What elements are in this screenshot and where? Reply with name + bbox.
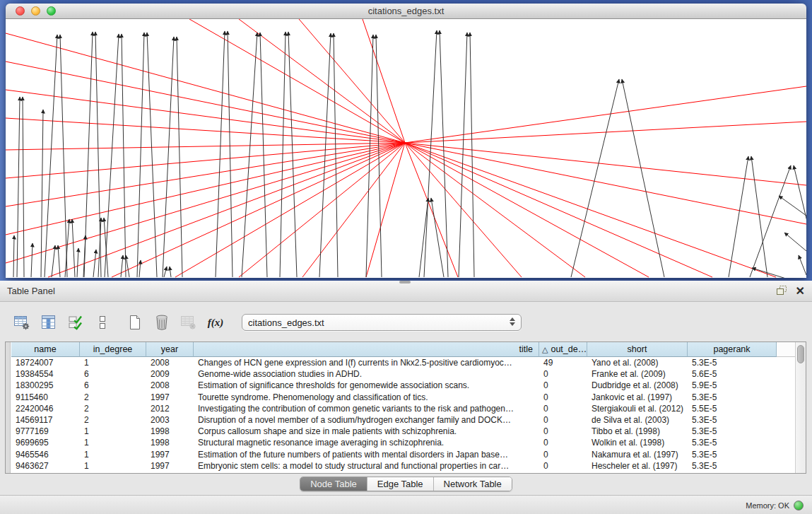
table-cell: 0 — [539, 404, 587, 414]
table-cell: 2 — [80, 392, 146, 402]
table-cell: 5.3E-5 — [688, 438, 777, 448]
window-close-button[interactable] — [16, 6, 25, 16]
edge — [17, 97, 20, 277]
column-header-label: pagerank — [713, 344, 750, 354]
table-cell: 6 — [80, 369, 146, 379]
edge — [470, 33, 474, 277]
table-cell: 18300295 — [11, 380, 80, 390]
table-options-icon[interactable] — [11, 313, 33, 332]
table-cell: Nakamura et al. (1997) — [587, 450, 688, 460]
function-builder-label: f(x) — [208, 317, 224, 329]
column-header-name[interactable]: name — [11, 342, 80, 357]
edge — [139, 260, 141, 277]
table-row[interactable]: 1456911722003Disruption of a novel membe… — [11, 414, 777, 426]
column-header-title[interactable]: title — [194, 342, 539, 357]
table-row[interactable]: 969969511998Structural magnetic resonanc… — [11, 437, 777, 448]
table-cell: 2008 — [146, 380, 194, 390]
selected-edge — [405, 143, 776, 277]
selected-edge — [366, 143, 405, 277]
edge — [105, 34, 119, 277]
edge — [334, 33, 338, 277]
network-window-titlebar[interactable]: citations_edges.txt — [6, 4, 806, 19]
table-cell: 2008 — [146, 358, 194, 368]
column-header-short[interactable]: short — [587, 342, 688, 357]
table-row[interactable]: 1938455462009Genome-wide association stu… — [11, 368, 777, 380]
table-cell: 5.3E-5 — [688, 392, 777, 402]
table-cell: 1997 — [146, 392, 194, 402]
tab-network-table[interactable]: Network Table — [434, 477, 512, 491]
edge — [163, 37, 174, 277]
table-cell: 9465546 — [11, 450, 80, 460]
new-table-icon[interactable] — [124, 313, 146, 332]
table-cell: 1997 — [146, 450, 194, 460]
table-cell: Structural magnetic resonance image aver… — [194, 438, 539, 448]
close-icon[interactable]: ✕ — [796, 286, 805, 297]
table-cell: Hescheler et al. (1997) — [587, 461, 688, 471]
status-bar: Memory: OK — [0, 495, 812, 514]
column-header-in-degree[interactable]: in_degree — [80, 342, 146, 357]
table-chooser-dropdown[interactable]: citations_edges.txt — [242, 314, 522, 331]
table-cell: 5.3E-5 — [688, 358, 777, 368]
table-cell: Investigating the contribution of common… — [194, 404, 539, 414]
selected-edge — [112, 143, 405, 277]
table-row[interactable]: 946362711997Embryonic stem cells: a mode… — [11, 460, 777, 472]
column-header-year[interactable]: year — [146, 342, 194, 357]
edge — [799, 255, 806, 275]
table-cell: 1 — [80, 461, 146, 471]
table-row[interactable]: 1830029562008Estimation of significance … — [11, 380, 777, 391]
edge — [93, 250, 96, 277]
edge — [431, 198, 444, 277]
table-cell: 0 — [539, 450, 587, 460]
row-height-icon[interactable] — [92, 313, 113, 332]
memory-status-label: Memory: OK — [746, 501, 789, 510]
table-cell: Tibbo et al. (1998) — [587, 426, 688, 436]
edge — [52, 245, 55, 277]
float-window-icon[interactable] — [777, 285, 787, 298]
table-row[interactable]: 977716911998Corpus callosum shape and si… — [11, 426, 777, 437]
column-header-pagerank[interactable]: pagerank — [688, 342, 777, 357]
table-row[interactable]: 1872400712008Changes of HCN gene express… — [11, 357, 777, 368]
table-row[interactable]: 2242004622012Investigating the contribut… — [11, 403, 777, 414]
select-columns-icon[interactable] — [65, 313, 86, 332]
table-cell: 1 — [80, 450, 146, 460]
scrollbar-thumb[interactable] — [797, 345, 804, 363]
window-minimize-button[interactable] — [31, 6, 40, 16]
table-cell: 9115460 — [11, 392, 80, 402]
delete-table-icon[interactable] — [151, 313, 172, 332]
table-cell: 19384554 — [11, 369, 80, 379]
selected-edge — [6, 143, 405, 206]
selected-edge — [405, 143, 806, 185]
table-cell: 9777169 — [11, 426, 80, 436]
window-zoom-button[interactable] — [47, 6, 56, 16]
edge — [216, 31, 225, 277]
column-header-label: short — [628, 344, 647, 354]
table-cell: 49 — [539, 358, 587, 368]
function-builder-icon[interactable]: f(x) — [205, 313, 226, 332]
application-desktop: citations_edges.txt — [0, 0, 812, 281]
table-cell: 5.3E-5 — [688, 461, 777, 471]
selected-edge — [6, 33, 405, 143]
table-row[interactable]: 946554611997Estimation of the future num… — [11, 449, 777, 460]
edge — [164, 267, 167, 277]
table-cell: 2003 — [146, 415, 194, 425]
table-header-row: namein_degreeyeartitle△out_de…shortpager… — [11, 342, 795, 357]
column-header-out-de-[interactable]: △out_de… — [539, 342, 587, 357]
edge — [750, 165, 791, 277]
table-cell: 14569117 — [11, 415, 80, 425]
split-pane-grip[interactable] — [399, 281, 411, 284]
vertical-scrollbar[interactable] — [795, 342, 806, 473]
network-canvas[interactable] — [6, 19, 806, 278]
edge — [784, 233, 806, 251]
show-columns-icon[interactable] — [38, 313, 59, 332]
table-row[interactable]: 911546021997Tourette syndrome. Phenomeno… — [11, 392, 777, 403]
table-cell: 0 — [539, 461, 587, 471]
edge — [72, 219, 75, 277]
edge — [122, 34, 126, 277]
table-cell: 5.6E-5 — [688, 369, 777, 379]
table-cell: 6 — [80, 380, 146, 390]
tab-node-table[interactable]: Node Table — [300, 477, 367, 491]
tab-edge-table[interactable]: Edge Table — [367, 477, 434, 491]
memory-status-indicator[interactable] — [794, 501, 804, 510]
selected-edge — [405, 143, 649, 277]
table-cell: 0 — [539, 369, 587, 379]
